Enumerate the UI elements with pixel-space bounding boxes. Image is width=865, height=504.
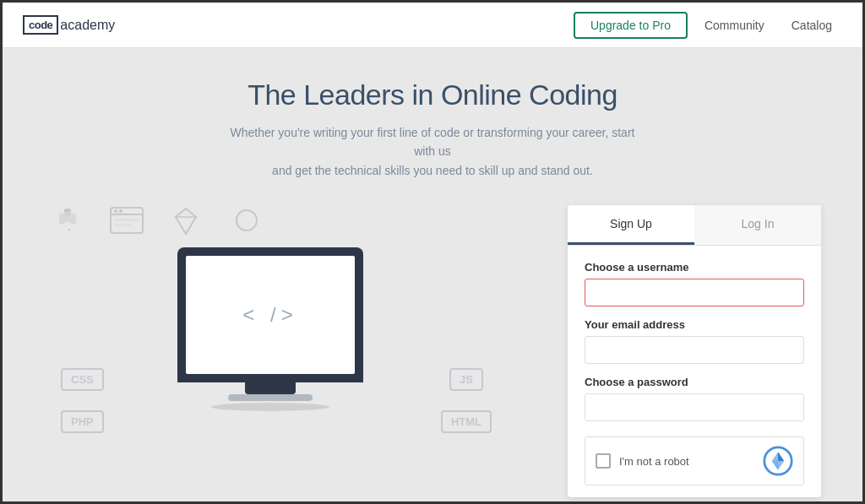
svg-point-5 <box>119 209 122 213</box>
diamond-icon <box>171 205 201 241</box>
svg-marker-8 <box>176 209 196 234</box>
badge-js: JS <box>449 368 483 391</box>
hero-subtitle: Whether you're writing your first line o… <box>221 123 644 180</box>
code-display: < /> <box>242 303 297 327</box>
svg-point-1 <box>68 229 70 230</box>
hero-subtitle-line2: and get the technical skills you need to… <box>272 164 593 177</box>
logo-code-box: code <box>23 15 58 35</box>
monitor-frame: < /> <box>177 247 363 382</box>
username-input[interactable] <box>585 279 804 306</box>
browser-icon <box>110 207 144 240</box>
svg-point-0 <box>65 210 67 212</box>
monitor-base <box>228 394 313 401</box>
monitor-shadow <box>211 403 329 411</box>
upgrade-to-pro-button[interactable]: Upgrade to Pro <box>574 12 688 39</box>
nav-community-link[interactable]: Community <box>694 14 775 37</box>
recaptcha-widget[interactable]: I'm not a robot <box>585 436 804 485</box>
badge-php: PHP <box>61 410 104 433</box>
password-input[interactable] <box>585 393 804 421</box>
recaptcha-checkbox[interactable] <box>596 453 611 469</box>
monitor-stand <box>245 382 296 394</box>
tab-login[interactable]: Log In <box>694 205 821 245</box>
logo: code academy <box>23 15 115 35</box>
python-icon <box>52 205 83 241</box>
password-label: Choose a password <box>585 376 804 388</box>
email-label: Your email address <box>585 318 804 331</box>
header: code academy Upgrade to Pro Community Ca… <box>3 3 862 48</box>
icons-row <box>52 205 258 241</box>
svg-marker-9 <box>176 209 196 217</box>
svg-point-4 <box>114 209 117 213</box>
main-content: The Leaders in Online Coding Whether you… <box>3 48 862 504</box>
recaptcha-logo-icon <box>763 446 793 476</box>
hero-title: The Leaders in Online Coding <box>248 79 617 111</box>
form-panel: Sign Up Log In Choose a username Your em… <box>568 205 821 497</box>
logo-code-text: code <box>29 19 52 31</box>
monitor-screen: < /> <box>186 256 355 374</box>
tab-signup[interactable]: Sign Up <box>568 205 694 245</box>
username-label: Choose a username <box>585 261 804 274</box>
moon-icon <box>228 205 258 241</box>
logo-academy-text: academy <box>60 18 115 33</box>
nav-catalog-link[interactable]: Catalog <box>781 14 842 37</box>
recaptcha-label: I'm not a robot <box>619 455 754 468</box>
hero-subtitle-line1: Whether you're writing your first line o… <box>231 126 635 158</box>
illustration: < /> CSS JS PHP HTML <box>44 205 534 442</box>
svg-rect-6 <box>115 219 139 221</box>
badge-css: CSS <box>61 368 104 391</box>
badge-html: HTML <box>441 410 492 433</box>
header-nav: Upgrade to Pro Community Catalog <box>574 12 842 39</box>
svg-rect-7 <box>115 224 132 226</box>
monitor-wrapper: < /> <box>177 247 363 411</box>
email-input[interactable] <box>585 336 804 364</box>
form-body: Choose a username Your email address Cho… <box>568 246 821 497</box>
form-tabs: Sign Up Log In <box>568 205 821 246</box>
content-row: < /> CSS JS PHP HTML Sign Up Log In <box>27 205 838 497</box>
